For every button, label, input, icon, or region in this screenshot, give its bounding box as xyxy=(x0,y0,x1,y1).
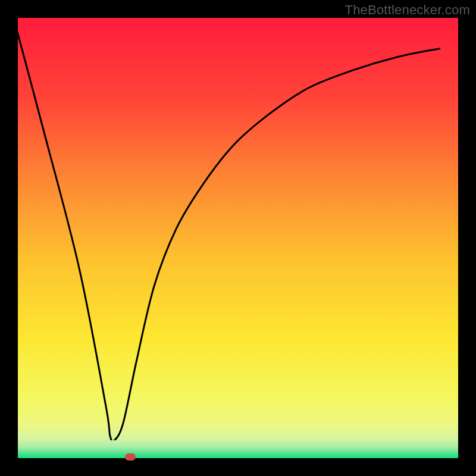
chart-curve-layer xyxy=(0,0,440,440)
bottleneck-curve xyxy=(9,0,440,440)
optimal-marker xyxy=(125,453,136,461)
